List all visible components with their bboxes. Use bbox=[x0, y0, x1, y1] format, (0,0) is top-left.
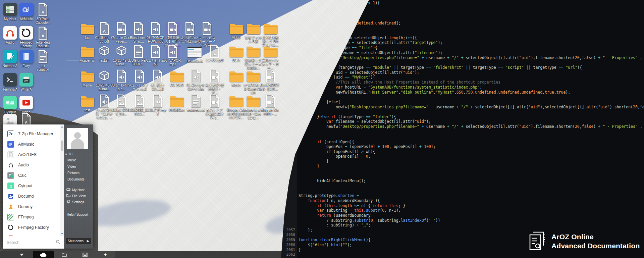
start-menu-item-arozdfs[interactable]: ArOZDFS bbox=[3, 150, 64, 160]
start-menu-item-calc[interactable]: Calc bbox=[3, 170, 64, 180]
start-menu-item-label: FFmpeg Factory bbox=[18, 225, 49, 230]
system-link-drive[interactable]: My Host bbox=[66, 188, 85, 192]
desktop-file[interactable]: fac bbox=[78, 22, 97, 40]
desktop-file[interactable]: 01.ハジメノウタ.mp3 bbox=[130, 70, 149, 91]
desktop-app-notepada[interactable]: NotepadA bbox=[2, 50, 18, 68]
start-menu-item-fffactory[interactable]: FFmpeg Factory bbox=[3, 222, 64, 233]
start-menu-item-ffmpeg[interactable]: FFmpeg bbox=[3, 212, 64, 222]
scroll-down-icon[interactable]: ▼ bbox=[61, 232, 63, 235]
desktop-file[interactable]: voices in a bottle ~花火(はな... bbox=[244, 95, 263, 119]
desktop-app-myhost[interactable]: My Host bbox=[2, 3, 18, 21]
quick-link-video[interactable]: Video bbox=[67, 165, 76, 168]
system-link-gear[interactable]: Settings bbox=[66, 200, 84, 204]
scroll-up-icon[interactable]: ▲ bbox=[61, 125, 63, 128]
desktop-app-pdfdoc[interactable]: AFilterReg Robust... bbox=[35, 27, 51, 48]
desktop-file[interactable]: 10-20-49-Calibra... bbox=[112, 45, 131, 66]
start-menu-item-audio[interactable]: Audio bbox=[3, 160, 64, 170]
desktop-file[interactable]: Video bbox=[227, 22, 246, 40]
quick-link-music[interactable]: Music bbox=[67, 158, 76, 162]
code-token: targetType bbox=[531, 65, 559, 70]
desktop-file[interactable]: [190218]初音ミク 5thアルバム... bbox=[261, 22, 280, 47]
desktop-file[interactable]: □~VOCAL OD Cover Album bbox=[244, 70, 263, 95]
desktop-app-airmusic[interactable]: AirMusic bbox=[18, 3, 34, 21]
avatar[interactable] bbox=[67, 128, 88, 149]
start-menu-item-sevenzip[interactable]: 7z7-Zip File Manager bbox=[3, 129, 64, 139]
svg-text:A: A bbox=[103, 29, 106, 34]
desktop-file[interactable]: HKOSCon bbox=[167, 95, 186, 112]
desktop-file[interactable]: features.md bbox=[186, 95, 205, 112]
desktop-app-pdfdoc[interactable]: A3D Point Capsule... bbox=[35, 3, 51, 24]
desktop-file[interactable]: あの頃のいつかは.mp4 bbox=[180, 22, 199, 43]
help-support-link[interactable]: Help / Support bbox=[67, 213, 88, 216]
quick-link-documents[interactable]: Documents bbox=[67, 177, 85, 181]
desktop-app-terminala[interactable]: TerminalA bbox=[2, 73, 18, 91]
file-explorer-button[interactable] bbox=[54, 251, 74, 258]
cloud-desktop-button[interactable] bbox=[33, 251, 54, 258]
desktop-app-textdoc[interactable]: init script.txt bbox=[35, 50, 51, 71]
desktop-file[interactable]: 三月のパンタシア・ガー... bbox=[261, 45, 280, 70]
desktop-file[interactable]: CC 2019 bbox=[167, 70, 186, 87]
code-token bbox=[464, 65, 466, 70]
desktop-app-writera[interactable]: WriterA bbox=[18, 73, 34, 91]
desktop-file[interactable]: Meme bbox=[78, 70, 97, 87]
desktop-app-cyinput[interactable]: 速型Cyinput bbox=[2, 96, 18, 114]
system-link-folder[interactable]: File View bbox=[66, 194, 86, 198]
desktop-file[interactable]: 03. VAPOR.mp3 bbox=[163, 45, 182, 66]
quick-link-pictures[interactable]: Pictures bbox=[67, 171, 79, 175]
desktop-file[interactable]: sm32493223 - [初音... bbox=[261, 70, 280, 91]
code-token: ++ bbox=[408, 36, 412, 40]
desktop-file[interactable]: test bbox=[78, 95, 97, 112]
add-button[interactable]: + bbox=[95, 251, 115, 258]
desktop-file[interactable]: 01.足音.mp3 bbox=[148, 95, 167, 116]
start-menu-item-documd[interactable]: Documd bbox=[3, 191, 64, 201]
desktop-app-video[interactable]: Video bbox=[18, 96, 34, 114]
desktop-app-flary[interactable]: Flary bbox=[18, 50, 34, 68]
desktop-file[interactable]: Gringer, Ashes And Dust one°BX... bbox=[227, 95, 246, 119]
start-menu-item-airmusic[interactable]: AirMusic bbox=[3, 139, 64, 149]
media-button[interactable] bbox=[74, 251, 95, 258]
scrollbar-thumb[interactable] bbox=[61, 141, 63, 151]
code-line: }else if (targetType == "folder"){ bbox=[299, 114, 396, 119]
desktop-file[interactable]: 01.君のせ中毒かせ.flac bbox=[186, 70, 205, 91]
desktop-file[interactable]: 01.キセキ.mp3 bbox=[146, 45, 165, 66]
desktop-file[interactable]: Adev doc.pdf bbox=[205, 45, 224, 62]
collapse-arrow-button[interactable] bbox=[17, 251, 27, 258]
desktop-file[interactable]: 少女終末旅行『花ざかりの街』... bbox=[95, 95, 114, 119]
desktop-app-fffactory[interactable]: FFmpeg Factory bbox=[18, 26, 34, 48]
file-label: 少女終末旅行『花ざかりの街』... bbox=[95, 108, 114, 119]
desktop-file[interactable]: 600px-CRS-6_firs... bbox=[112, 95, 131, 116]
start-menu-item-cyinput[interactable]: 速Cyinput bbox=[3, 181, 64, 191]
desktop-file[interactable]: 未来世紀×管理情報・デ... bbox=[205, 70, 224, 95]
desktop-file[interactable]: 【致香港人】相守 / 惚るの手... bbox=[163, 22, 182, 47]
desktop-file[interactable]: 10-20-40-Calibra... bbox=[95, 70, 114, 91]
fold-marker-icon[interactable]: ▾ bbox=[294, 238, 296, 243]
desktop-file[interactable]: Biosphere - Snap... bbox=[129, 22, 148, 43]
desktop-file[interactable]: 青春フィルム B面 bbox=[244, 22, 263, 43]
username-label[interactable]: TC bbox=[68, 152, 73, 156]
desktop-file[interactable]: 03. TOMORROW.mp3 bbox=[146, 22, 165, 43]
desktop-file[interactable]: 3 am lo-fi hip h... bbox=[112, 70, 131, 91]
desktop-file[interactable]: test.stl bbox=[95, 45, 114, 62]
desktop-file[interactable]: BUG or FEATURE:... bbox=[129, 45, 148, 66]
start-menu-item-dummy[interactable]: Dummy bbox=[3, 202, 64, 212]
start-menu-scrollbar[interactable]: ▲ ▼ bbox=[60, 124, 64, 236]
desktop-file[interactable]: Marble Conveyer... bbox=[112, 22, 131, 43]
desktop-file[interactable]: 01. 愛(中毒).mp3 bbox=[148, 70, 167, 91]
desktop-file[interactable]: ウォルピスカーターMV?相申... bbox=[198, 22, 216, 47]
shutdown-button[interactable]: Shut down |▶ bbox=[66, 238, 91, 244]
desktop-file[interactable]: 2382682_109933... bbox=[130, 95, 149, 116]
code-token: clearRightClickMenu bbox=[319, 238, 364, 242]
desktop-file[interactable]: きみにとどけ(恋に届け DP)... bbox=[205, 95, 224, 119]
desktop-file[interactable]: Music bbox=[227, 70, 246, 87]
desktop-file[interactable]: BGM bbox=[227, 45, 246, 62]
desktop-app-audio[interactable]: Audio bbox=[2, 26, 18, 44]
desktop-file[interactable]: Supper Moment - ... bbox=[261, 95, 280, 116]
shutdown-more-icon[interactable]: |▶ bbox=[85, 240, 89, 243]
desktop-file[interactable]: HelloWorld bbox=[185, 46, 204, 63]
audio-icon bbox=[165, 45, 180, 58]
desktop-file[interactable]: 歌初音ミク図シリーズ主題歌... bbox=[244, 45, 263, 70]
code-token: , bbox=[398, 90, 401, 95]
search-input[interactable] bbox=[6, 239, 53, 246]
start-menu-item-filary[interactable]: Filary bbox=[3, 233, 64, 236]
desktop-file[interactable]: AChallenge Cup.pdf bbox=[95, 22, 114, 43]
